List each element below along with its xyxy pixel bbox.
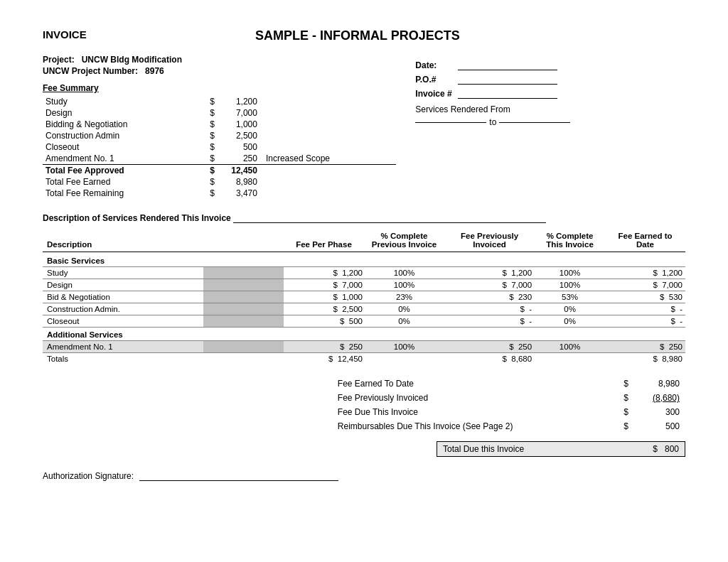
- project-name-line: Project: UNCW Bldg Modification: [43, 55, 396, 65]
- total-due-label: Total Due this Invoice: [443, 444, 524, 454]
- auth-label: Authorization Signature:: [43, 471, 134, 481]
- fee-item-row: Study $ 1,200: [43, 96, 396, 107]
- summary-row: Fee Due This Invoice $ 300: [333, 406, 684, 418]
- summary-row: Reimbursables Due This Invoice (See Page…: [333, 420, 684, 433]
- col-fee-earned: Fee Earned to Date: [605, 229, 685, 252]
- additional-services-header: Additional Services: [43, 328, 685, 341]
- total-approved-label: Total Fee Approved: [43, 165, 207, 177]
- total-approved-row: Total Fee Approved $ 12,450: [43, 165, 396, 177]
- table-row: Bid & Negotiation $ 1,000 23% $ 230 53% …: [43, 291, 685, 303]
- auth-section: Authorization Signature:: [43, 471, 685, 481]
- table-row: Design $ 7,000 100% $ 7,000 100% $ 7,000: [43, 279, 685, 291]
- services-to-line: [499, 122, 570, 123]
- services-label: Services Rendered From: [415, 104, 685, 114]
- total-earned-row: Total Fee Earned $ 8,980: [43, 176, 396, 188]
- date-line[interactable]: [458, 60, 557, 70]
- po-line[interactable]: [458, 75, 557, 85]
- description-underline: [233, 213, 546, 223]
- invoice-row: Invoice #: [415, 89, 685, 99]
- table-row: Construction Admin. $ 2,500 0% $ - 0% $ …: [43, 303, 685, 315]
- basic-services-header: Basic Services: [43, 252, 685, 267]
- col-description: Description: [43, 229, 203, 252]
- total-due-box: Total Due this Invoice $ 800: [437, 441, 685, 457]
- total-due-section: Total Due this Invoice $ 800: [43, 441, 685, 457]
- summary-row: Fee Earned To Date $ 8,980: [333, 377, 684, 390]
- col-pct-this: % Complete This Invoice: [535, 229, 605, 252]
- po-row: P.O.#: [415, 75, 685, 85]
- table-row: Amendment No. 1 $ 250 100% $ 250 100% $ …: [43, 341, 685, 353]
- table-row: Study $ 1,200 100% $ 1,200 100% $ 1,200: [43, 267, 685, 279]
- total-earned-label: Total Fee Earned: [43, 176, 207, 188]
- totals-row: Totals $ 12,450 $ 8,680 $ 8,980: [43, 353, 685, 365]
- col-pct-prev: % Complete Previous Invoice: [364, 229, 444, 252]
- project-number-line: UNCW Project Number: 8976: [43, 66, 396, 76]
- services-from-line: [415, 122, 486, 123]
- main-title: SAMPLE - INFORMAL PROJECTS: [30, 28, 685, 43]
- total-due-value: 800: [665, 444, 679, 454]
- fee-item-row: Construction Admin $ 2,500: [43, 130, 396, 141]
- fee-item-row: Closeout $ 500: [43, 141, 396, 153]
- col-fee-per-phase: Fee Per Phase: [284, 229, 364, 252]
- table-row: Closeout $ 500 0% $ - 0% $ -: [43, 315, 685, 328]
- description-line: Description of Services Rendered This In…: [43, 213, 685, 223]
- table-header-row: Description Fee Per Phase % Complete Pre…: [43, 229, 685, 252]
- services-from-row: to: [415, 117, 685, 127]
- total-due-dollar: $: [653, 444, 658, 454]
- fee-item-row: Amendment No. 1 $ 250 Increased Scope: [43, 153, 396, 165]
- invoice-table: Description Fee Per Phase % Complete Pre…: [43, 229, 685, 364]
- fee-summary-table: Study $ 1,200 Design $ 7,000 Bidding & N…: [43, 96, 396, 199]
- fee-item-row: Design $ 7,000: [43, 107, 396, 119]
- total-remaining-label: Total Fee Remaining: [43, 188, 207, 199]
- summary-table: Fee Earned To Date $ 8,980 Fee Previousl…: [332, 376, 685, 434]
- fee-summary-title: Fee Summary: [43, 83, 396, 93]
- total-remaining-row: Total Fee Remaining $ 3,470: [43, 188, 396, 199]
- invoice-line[interactable]: [458, 89, 557, 99]
- col-fee-prev: Fee Previously Invoiced: [444, 229, 535, 252]
- fee-item-row: Bidding & Negotiation $ 1,000: [43, 119, 396, 130]
- total-due-amount: $ 800: [653, 444, 679, 454]
- auth-line[interactable]: [139, 471, 338, 481]
- summary-row: Fee Previously Invoiced $ (8,680): [333, 391, 684, 404]
- col-shade-header: [203, 229, 284, 252]
- date-row: Date:: [415, 60, 685, 70]
- summary-section: Fee Earned To Date $ 8,980 Fee Previousl…: [43, 376, 685, 434]
